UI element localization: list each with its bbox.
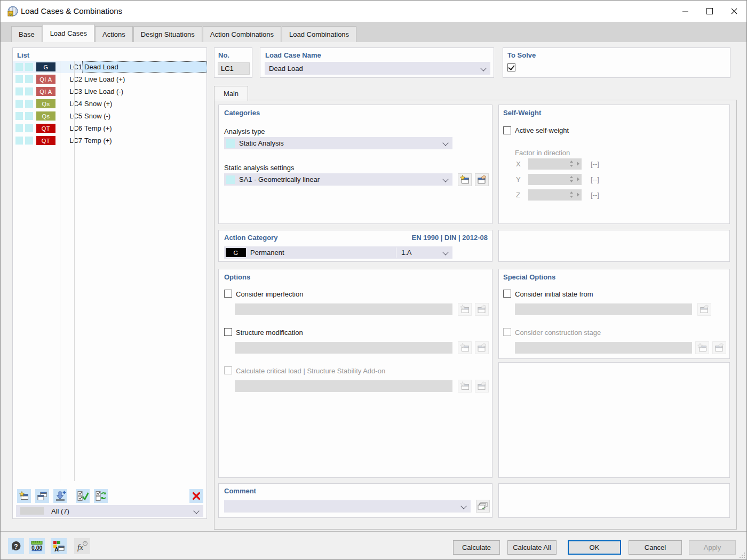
load-case-name[interactable]: Dead Load — [82, 61, 207, 73]
cancel-button[interactable]: Cancel — [629, 540, 682, 555]
tab-load-cases[interactable]: Load Cases — [43, 24, 94, 42]
to-solve-checkbox[interactable] — [507, 63, 515, 71]
minimize-icon — [682, 11, 688, 12]
row-toggle-cell[interactable] — [15, 87, 23, 95]
new-critical-load-button — [458, 380, 472, 393]
tab-design-situations[interactable]: Design Situations — [133, 26, 202, 42]
load-case-row[interactable]: QT LC6 Temp (+) — [13, 122, 207, 134]
row-toggle-cell[interactable] — [25, 100, 33, 108]
function-button[interactable]: fx — [74, 538, 90, 554]
load-case-name-select[interactable]: Dead Load — [265, 62, 490, 75]
comment-input[interactable] — [224, 500, 471, 513]
delete-load-case-button[interactable] — [189, 489, 203, 503]
edit-settings-button[interactable] — [475, 173, 489, 186]
units-icon: 0,00 — [30, 540, 43, 553]
select-all-button[interactable] — [76, 489, 90, 503]
static-analysis-settings-select[interactable]: SA1 - Geometrically linear — [224, 173, 452, 186]
edit-icon — [476, 305, 487, 314]
load-case-row[interactable]: G LC1 Dead Load — [13, 61, 207, 73]
tab-main[interactable]: Main — [214, 86, 248, 101]
insert-icon — [54, 491, 66, 501]
invert-selection-button[interactable] — [94, 489, 108, 503]
filter-color-swatch — [20, 507, 44, 515]
load-case-row[interactable]: Qs LC4 Snow (+) — [13, 98, 207, 110]
row-toggle-cell[interactable] — [25, 137, 33, 145]
row-toggle-cell[interactable] — [15, 100, 23, 108]
row-toggle-cell[interactable] — [25, 87, 33, 95]
load-case-row[interactable]: QT LC7 Temp (+) — [13, 134, 207, 147]
calculate-button[interactable]: Calculate — [453, 540, 500, 555]
load-case-name[interactable]: Live Load (-) — [82, 86, 207, 97]
action-category-select[interactable]: G Permanent 1.A — [224, 246, 452, 259]
structure-modification-checkbox[interactable] — [224, 328, 232, 336]
display-settings-button[interactable]: A — [51, 538, 67, 554]
factor-y-spinner — [528, 174, 582, 185]
insert-load-case-button[interactable] — [53, 489, 67, 503]
load-case-row[interactable]: Qs LC5 Snow (-) — [13, 110, 207, 122]
load-case-name[interactable]: Snow (-) — [82, 110, 207, 122]
resize-grip[interactable] — [739, 552, 745, 558]
row-toggle-cell[interactable] — [15, 75, 23, 83]
row-toggle-cell[interactable] — [15, 124, 23, 132]
row-toggle-cell[interactable] — [25, 112, 33, 120]
consider-imperfection-label: Consider imperfection — [236, 290, 303, 298]
load-case-number: LC7 — [68, 137, 82, 145]
unit-label: [--] — [591, 191, 599, 199]
title-bar[interactable]: 6 Load Cases & Combinations — [1, 1, 746, 22]
units-settings-button[interactable]: 0,00 — [29, 538, 45, 554]
load-case-number: LC2 — [68, 75, 82, 83]
calculate-all-button[interactable]: Calculate All — [507, 540, 557, 555]
empty-group — [498, 483, 730, 518]
load-case-name[interactable]: Live Load (+) — [82, 74, 207, 85]
tab-action-combinations[interactable]: Action Combinations — [203, 26, 281, 42]
minimize-button[interactable] — [673, 1, 697, 22]
column-divider — [74, 61, 75, 481]
row-toggle-cell[interactable] — [15, 137, 23, 145]
spinner-down-icon — [570, 165, 573, 167]
maximize-icon — [706, 8, 713, 14]
subcategory-value[interactable]: 1.A — [401, 249, 412, 257]
empty-group — [498, 362, 730, 478]
no-header: No. — [218, 51, 229, 59]
copy-load-case-button[interactable] — [35, 489, 49, 503]
consider-imperfection-checkbox[interactable] — [224, 290, 232, 298]
load-case-row[interactable]: QI A LC3 Live Load (-) — [13, 85, 207, 98]
load-case-number: LC3 — [68, 87, 82, 95]
no-field[interactable]: LC1 — [218, 62, 250, 75]
load-case-name[interactable]: Temp (+) — [82, 135, 207, 146]
category-badge: QI A — [36, 75, 55, 84]
footer-divider — [1, 531, 746, 532]
load-case-row[interactable]: QI A LC2 Live Load (+) — [13, 73, 207, 85]
row-toggle-cell[interactable] — [15, 63, 23, 71]
new-settings-button[interactable] — [458, 173, 472, 186]
row-toggle-cell[interactable] — [25, 124, 33, 132]
analysis-type-select[interactable]: Static Analysis — [224, 137, 452, 149]
consider-initial-state-checkbox[interactable] — [503, 290, 511, 298]
load-case-name[interactable]: Snow (+) — [82, 98, 207, 109]
multiline-comment-button[interactable] — [476, 500, 490, 513]
edit-icon — [714, 343, 725, 353]
edit-icon — [476, 343, 487, 353]
load-case-number: LC6 — [68, 124, 82, 132]
new-load-case-button[interactable] — [17, 489, 31, 503]
row-toggle-cell[interactable] — [25, 75, 33, 83]
row-toggle-cell[interactable] — [25, 63, 33, 71]
tab-actions[interactable]: Actions — [95, 26, 133, 42]
help-button[interactable]: ? — [8, 538, 24, 554]
active-self-weight-checkbox[interactable] — [503, 126, 511, 134]
new-structure-modification-button — [458, 341, 472, 354]
category-badge: G — [36, 62, 55, 71]
category-badge: Qs — [36, 111, 55, 121]
maximize-button[interactable] — [697, 1, 722, 22]
filter-dropdown[interactable]: All (7) — [16, 505, 203, 517]
factor-z-spinner — [528, 189, 582, 201]
spinner-expand-icon — [577, 193, 579, 197]
close-button[interactable] — [722, 1, 746, 22]
tab-load-combinations[interactable]: Load Combinations — [282, 26, 356, 42]
load-case-name[interactable]: Temp (+) — [82, 123, 207, 134]
row-toggle-cell[interactable] — [15, 112, 23, 120]
spinner-up-icon — [570, 176, 573, 178]
ok-button[interactable]: OK — [568, 540, 621, 555]
tab-base[interactable]: Base — [11, 26, 42, 42]
select-all-icon — [77, 491, 89, 501]
